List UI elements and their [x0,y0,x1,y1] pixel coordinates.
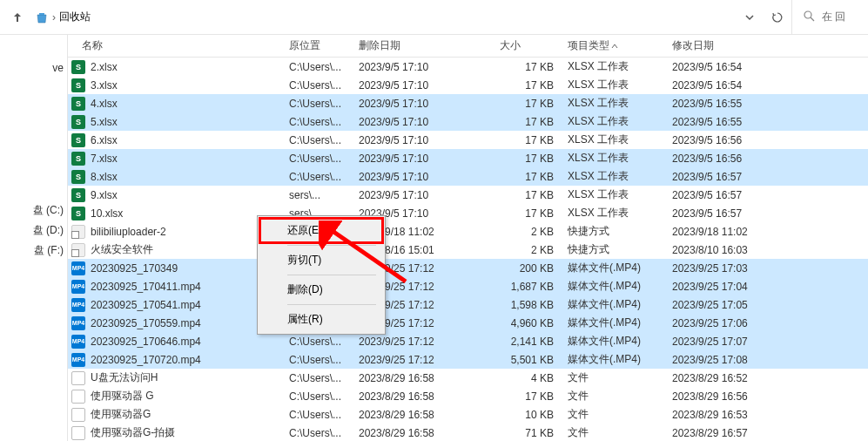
lnk-icon [71,243,85,257]
lnk-icon [71,225,85,239]
mp4-icon: MP4 [71,298,85,312]
file-row[interactable]: S7.xlsxC:\Users\...2023/9/5 17:1017 KBXL… [68,149,868,167]
sidebar: ve 盘 (C:) 盘 (D:) 盘 (F:) [0,35,68,441]
file-deleted: 2023/8/29 16:58 [352,427,493,439]
file-modified: 2023/9/25 17:06 [665,317,770,329]
header-name[interactable]: 名称 [68,38,282,53]
chevron-down-icon[interactable] [739,7,760,28]
header-size[interactable]: 大小 [493,38,561,53]
file-orig: C:\Users\... [282,427,352,439]
ctx-properties[interactable]: 属性(R) [259,307,383,332]
file-row[interactable]: U盘无法访问HC:\Users\...2023/8/29 16:584 KB文件… [68,369,868,387]
file-orig: C:\Users\... [282,98,352,110]
xlsx-icon: S [71,207,85,220]
menu-separator [287,304,376,305]
file-type: 文件 [561,370,665,385]
sidebar-item[interactable]: ve [0,59,67,77]
file-row[interactable]: MP420230925_170646.mp4C:\Users\...2023/9… [68,332,868,350]
file-type: XLSX 工作表 [561,151,665,166]
file-name: 7.xlsx [91,153,118,165]
sidebar-item-drive-f[interactable]: 盘 (F:) [0,241,67,261]
file-modified: 2023/8/29 16:56 [665,390,770,403]
file-row[interactable]: S4.xlsxC:\Users\...2023/9/5 17:1017 KBXL… [68,94,868,112]
file-row[interactable]: 使用驱动器 GC:\Users\...2023/8/29 16:5817 KB文… [68,387,868,405]
file-name: 20230925_170559.mp4 [91,317,201,329]
column-headers: 名称 原位置 删除日期 大小 项目类型 修改日期 [68,35,868,58]
file-row[interactable]: MP420230925_170411.mp4C:\Users\...2023/9… [68,277,868,295]
file-size: 1,598 KB [493,299,561,311]
sidebar-item-drive-d[interactable]: 盘 (D:) [0,220,67,241]
xlsx-icon: S [71,60,85,74]
file-orig: C:\Users\... [282,171,352,183]
header-original-location[interactable]: 原位置 [282,38,352,53]
file-type: XLSX 工作表 [561,59,665,74]
breadcrumb-location[interactable]: 回收站 [59,10,91,24]
file-name: 9.xlsx [91,189,118,201]
file-orig: C:\Users\... [282,409,352,421]
file-size: 4,960 KB [493,317,561,329]
nav-up-button[interactable] [7,7,28,28]
file-deleted: 2023/9/5 17:10 [352,153,493,165]
header-deleted-date[interactable]: 删除日期 [352,38,493,53]
file-row[interactable]: S2.xlsxC:\Users\...2023/9/5 17:1017 KBXL… [68,58,868,76]
address-bar[interactable]: › 回收站 [31,10,736,24]
file-row[interactable]: MP420230925_170349sers\...2023/9/25 17:1… [68,259,868,277]
file-name: 20230925_170411.mp4 [91,281,201,293]
mp4-icon: MP4 [71,280,85,294]
file-modified: 2023/9/5 16:57 [665,207,770,220]
file-row[interactable]: MP420230925_170559.mp4C:\Users\...2023/9… [68,314,868,332]
file-size: 17 KB [493,390,561,403]
menu-separator [287,245,376,246]
file-row[interactable]: 火绒安全软件sers\...2023/8/16 15:012 KB快捷方式202… [68,241,868,259]
file-name: 使用驱动器G [91,407,151,422]
file-row[interactable]: bilibiliuploader-2ogra...2023/9/18 11:02… [68,222,868,241]
file-rows: S2.xlsxC:\Users\...2023/9/5 17:1017 KBXL… [68,58,868,441]
file-row[interactable]: S8.xlsxC:\Users\...2023/9/5 17:1017 KBXL… [68,167,868,186]
file-orig: C:\Users\... [282,153,352,165]
file-icon [71,426,85,440]
file-size: 71 KB [493,427,561,439]
file-name: 3.xlsx [91,79,118,92]
file-row[interactable]: S5.xlsxC:\Users\...2023/9/5 17:1017 KBXL… [68,112,868,131]
sidebar-item-drive-c[interactable]: 盘 (C:) [0,200,67,220]
file-size: 200 KB [493,262,561,275]
file-row[interactable]: S9.xlsxsers\...2023/9/5 17:1017 KBXLSX 工… [68,186,868,204]
file-icon [71,390,85,404]
file-modified: 2023/9/5 16:54 [665,61,770,73]
file-orig: C:\Users\... [282,390,352,403]
file-name: 火绒安全软件 [91,242,153,257]
file-type: XLSX 工作表 [561,114,665,129]
file-row[interactable]: 使用驱动器GC:\Users\...2023/8/29 16:5810 KB文件… [68,405,868,424]
ctx-cut[interactable]: 剪切(T) [259,248,383,273]
xlsx-icon: S [71,170,85,184]
file-name: 使用驱动器G-拍摄 [91,425,175,440]
file-name: 8.xlsx [91,171,118,183]
file-deleted: 2023/9/5 17:10 [352,171,493,183]
file-modified: 2023/9/5 16:56 [665,153,770,165]
file-row[interactable]: 使用驱动器G-拍摄C:\Users\...2023/8/29 16:5871 K… [68,424,868,441]
file-row[interactable]: MP420230925_170541.mp4C:\Users\...2023/9… [68,295,868,314]
file-type: XLSX 工作表 [561,78,665,92]
file-row[interactable]: MP420230925_170720.mp4C:\Users\...2023/9… [68,350,868,369]
header-type[interactable]: 项目类型 [561,38,665,53]
refresh-button[interactable] [767,7,788,28]
file-modified: 2023/8/10 16:03 [665,244,770,256]
file-row[interactable]: S3.xlsxC:\Users\...2023/9/5 17:1017 KBXL… [68,76,868,94]
file-modified: 2023/9/25 17:03 [665,262,770,275]
file-modified: 2023/9/25 17:08 [665,354,770,366]
search-box[interactable]: 在 回 [791,0,861,34]
file-name: 4.xlsx [91,98,118,110]
file-row[interactable]: S6.xlsxC:\Users\...2023/9/5 17:1017 KBXL… [68,131,868,149]
file-modified: 2023/9/5 16:56 [665,134,770,146]
ctx-restore[interactable]: 还原(E) [259,218,383,243]
file-deleted: 2023/9/5 17:10 [352,189,493,201]
header-modified-date[interactable]: 修改日期 [665,38,770,53]
file-orig: C:\Users\... [282,79,352,92]
ctx-delete[interactable]: 删除(D) [259,277,383,302]
file-type: 文件 [561,425,665,440]
file-row[interactable]: S10.xlsxsers\...2023/9/5 17:1017 KBXLSX … [68,204,868,222]
file-type: 媒体文件(.MP4) [561,297,665,312]
file-modified: 2023/9/5 16:55 [665,98,770,110]
file-orig: C:\Users\... [282,372,352,384]
file-type: XLSX 工作表 [561,187,665,202]
